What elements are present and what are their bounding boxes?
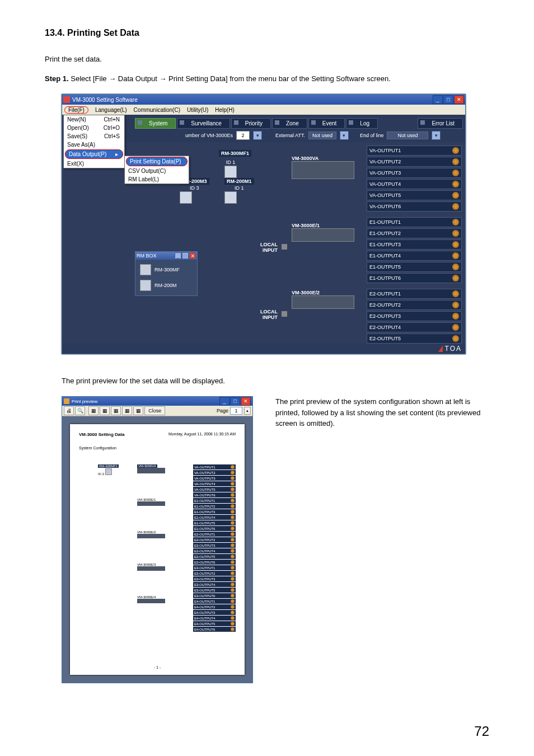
preview-minimize[interactable]: _ [219,397,229,406]
speaker-icon [452,252,459,259]
output-row[interactable]: VA-OUTPUT3 [367,168,462,178]
menu-communication[interactable]: Communication(C) [134,107,180,113]
zoom-icon[interactable]: 🔍 [75,406,85,415]
menubar: File(F) Language(L) Communication(C) Uti… [62,105,465,115]
speaker-icon [452,302,459,308]
device-icon [180,191,192,204]
rmbox-minimize[interactable]: _ [175,252,181,259]
window-controls: _ □ ✕ [433,95,464,104]
tab-event[interactable]: Event [308,118,345,129]
num-dropdown-icon[interactable]: ▾ [253,131,262,140]
step-text-2: Data Output [116,74,159,83]
preview-output-row: E4-OUTPUT5 [193,621,236,626]
tab-zone[interactable]: Zone [272,118,307,129]
preview-output-row: E3-OUTPUT1 [193,565,236,570]
eol-value: Not used [387,132,428,139]
preview-output-row: E4-OUTPUT4 [193,616,236,621]
page-value[interactable]: 1 [230,407,242,415]
preview-close[interactable]: ✕ [241,397,251,406]
minimize-button[interactable]: _ [433,95,443,104]
node-rm200m1: RM-200M1 [224,178,254,185]
file-new[interactable]: New(N)Ctrl+N [64,115,124,124]
output-row[interactable]: E2-OUTPUT1 [367,289,462,299]
rmbox-close[interactable]: ✕ [189,252,196,259]
speaker-icon [452,192,459,199]
preview-maximize[interactable]: □ [230,397,240,406]
layout-5-icon[interactable]: ▦ [133,406,143,415]
submenu-print-setting-data[interactable]: Print Setting Data(P) [126,157,188,166]
preview-close-button[interactable]: Close [144,406,165,415]
output-row[interactable]: E1-OUTPUT2 [367,228,462,238]
output-row[interactable]: E1-OUTPUT3 [367,240,462,250]
step-text-3: Print Setting Data] from the menu bar of… [166,74,390,83]
speaker-icon [452,170,459,176]
ext-dropdown-icon[interactable]: ▾ [340,131,349,140]
speaker-icon [452,219,459,226]
file-save-as[interactable]: Save As(A) [64,140,124,149]
rmbox-item-rm200m[interactable]: RM-200M [138,278,195,293]
close-button[interactable]: ✕ [454,95,464,104]
toa-logo-icon [438,345,443,352]
output-row[interactable]: E2-OUTPUT2 [367,300,462,310]
output-row[interactable]: VA-OUTPUT2 [367,157,462,167]
titlebar: VM-3000 Setting Software _ □ ✕ [62,95,465,105]
maximize-button[interactable]: □ [443,95,453,104]
page-label: Page [217,408,228,414]
arrow-1: → [109,74,116,83]
output-row[interactable]: E2-OUTPUT3 [367,311,462,321]
tab-surveillance[interactable]: Surveillance [177,118,229,129]
file-dropdown: New(N)Ctrl+N Open(O)Ctrl+O Save(S)Ctrl+S… [63,115,125,168]
ext-att-value: Not used [308,132,336,139]
tab-system[interactable]: System [135,118,176,129]
preview-section: System Configuration [79,446,236,450]
menu-help[interactable]: Help(H) [215,107,234,113]
menu-language[interactable]: Language(L) [95,107,127,113]
menu-file[interactable]: File(F) [64,106,88,114]
output-row[interactable]: E1-OUTPUT5 [367,262,462,272]
speaker-icon [452,203,459,210]
vm3000e1-box [292,228,354,242]
page-stepper[interactable]: ▴ [244,407,251,415]
layout-1-icon[interactable]: ▦ [88,406,99,415]
layout-2-icon[interactable]: ▦ [100,406,110,415]
output-row[interactable]: VA-OUTPUT4 [367,179,462,189]
preview-output-row: E4-OUTPUT3 [193,610,236,615]
menu-utility[interactable]: Utility(U) [187,107,208,113]
output-row[interactable]: VA-OUTPUT6 [367,201,462,212]
preview-output-row: E3-OUTPUT4 [193,582,236,587]
tab-log[interactable]: Log [346,118,378,129]
layout-4-icon[interactable]: ▦ [122,406,132,415]
submenu-rm-label[interactable]: RM Label(L) [125,175,189,184]
print-icon[interactable]: 🖨 [64,406,74,415]
file-open[interactable]: Open(O)Ctrl+O [64,124,124,132]
preview-output-row: E3-OUTPUT3 [193,576,236,581]
output-row[interactable]: E1-OUTPUT6 [367,273,462,283]
tab-error-list[interactable]: Error List [418,118,463,129]
submenu-csv-output[interactable]: CSV Output(C) [125,167,189,175]
vm3000e2-box [292,295,354,309]
tab-priority[interactable]: Priority [231,118,271,129]
eol-dropdown-icon[interactable]: ▾ [432,131,441,140]
preview-output-row: VA-OUTPUT2 [193,470,236,475]
step-text-1: Select [File [69,74,109,83]
id1a-label: ID 1 [224,159,237,166]
rmbox-item-rm300mf[interactable]: RM-300MF [138,262,195,278]
file-save[interactable]: Save(S)Ctrl+S [64,132,124,140]
output-row[interactable]: E2-OUTPUT5 [367,334,462,344]
preview-output-row: E1-OUTPUT6 [193,526,236,531]
speaker-icon [452,290,459,297]
preview-output-row: VA-OUTPUT1 [193,464,236,469]
output-row[interactable]: E1-OUTPUT1 [367,217,462,227]
layout-3-icon[interactable]: ▦ [111,406,121,415]
output-row[interactable]: VA-OUTPUT5 [367,190,462,200]
output-row[interactable]: E2-OUTPUT4 [367,322,462,332]
output-row[interactable]: VA-OUTPUT1 [367,145,462,156]
file-exit[interactable]: Exit(X) [64,159,124,168]
num-vm3000es-value[interactable]: 2 [236,131,250,140]
file-data-output[interactable]: Data Output(P)▸ [65,149,123,159]
eol-label: End of line [360,133,384,138]
rmbox-maximize[interactable]: □ [182,252,189,259]
preview-output-row: E1-OUTPUT4 [193,515,236,520]
output-row[interactable]: E1-OUTPUT4 [367,251,462,261]
id3-label: ID 3 [180,185,209,191]
